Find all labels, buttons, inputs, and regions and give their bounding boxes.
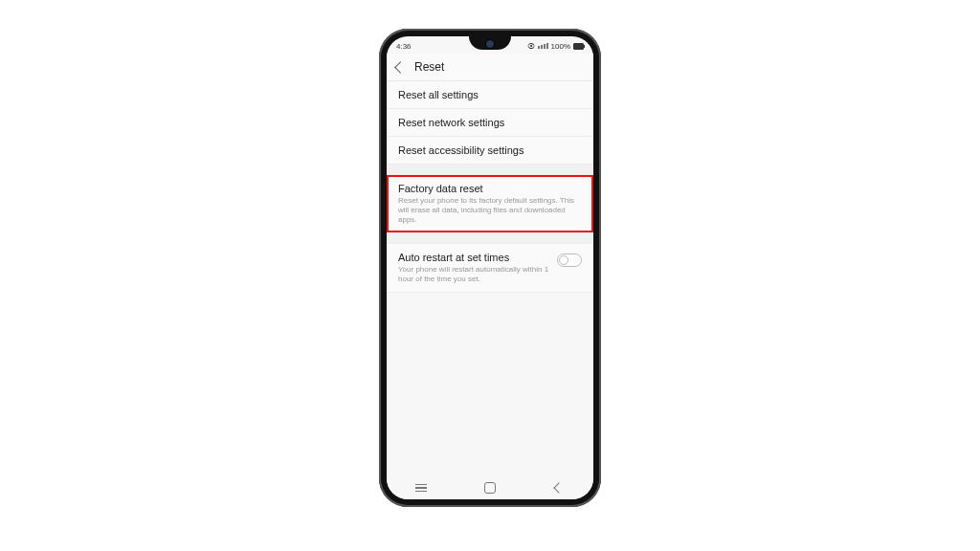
back-icon[interactable] [394, 61, 407, 74]
row-auto-restart[interactable]: Auto restart at set times Your phone wil… [387, 244, 593, 293]
nav-bar [387, 476, 593, 499]
front-camera [485, 39, 495, 49]
row-factory-data-reset[interactable]: Factory data reset Reset your phone to i… [387, 175, 593, 233]
signal-icon [538, 43, 548, 49]
row-sublabel: Your phone will restart automatically wi… [398, 265, 549, 284]
battery-icon [573, 43, 584, 50]
stage: 4:36 ⦿ 100% Reset Reset all settings Res… [0, 0, 980, 551]
row-label: Factory data reset [398, 183, 582, 194]
auto-restart-toggle[interactable] [557, 253, 582, 267]
row-sublabel: Reset your phone to its factory default … [398, 196, 582, 225]
back-button[interactable] [552, 481, 566, 495]
row-label: Reset accessibility settings [398, 144, 582, 156]
row-reset-all-settings[interactable]: Reset all settings [387, 81, 593, 109]
home-button[interactable] [483, 481, 497, 495]
settings-list: Reset all settings Reset network setting… [387, 81, 593, 293]
status-right: ⦿ 100% [527, 42, 584, 51]
status-time: 4:36 [396, 42, 412, 51]
section-gap [387, 233, 593, 244]
page-title: Reset [414, 60, 444, 74]
phone-frame: 4:36 ⦿ 100% Reset Reset all settings Res… [379, 29, 601, 507]
section-gap [387, 165, 593, 175]
battery-text: 100% [551, 42, 570, 51]
wifi-icon: ⦿ [527, 42, 535, 51]
row-label: Auto restart at set times [398, 252, 549, 263]
row-reset-accessibility-settings[interactable]: Reset accessibility settings [387, 137, 593, 165]
row-label: Reset network settings [398, 117, 582, 128]
phone-screen: 4:36 ⦿ 100% Reset Reset all settings Res… [387, 36, 593, 499]
recents-button[interactable] [414, 481, 428, 495]
app-header: Reset [387, 54, 593, 81]
row-reset-network-settings[interactable]: Reset network settings [387, 109, 593, 137]
row-label: Reset all settings [398, 89, 582, 100]
